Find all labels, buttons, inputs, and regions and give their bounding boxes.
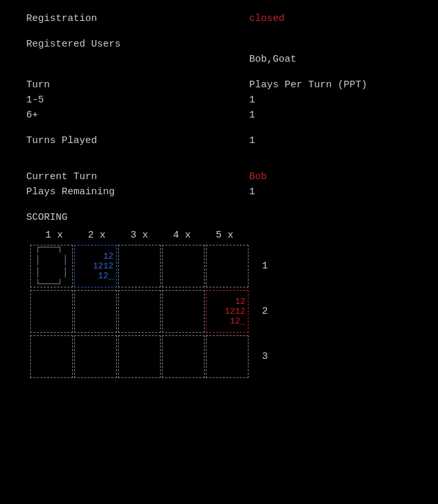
turn-row2-label: 6+ (26, 110, 249, 121)
grid-cell-3-1 (30, 335, 73, 378)
current-turn-value: Bob (249, 171, 412, 182)
grid-row-1: ┌───┐ │ │ │ │ └───┘ 12 1212 12_ 1 (26, 245, 412, 287)
grid-cell-3-5 (206, 335, 249, 378)
grid-cell-1-4 (162, 245, 205, 287)
multiplier-1: 1 x (33, 230, 75, 241)
grid-row-label-2: 2 (255, 306, 275, 317)
turn-header: Turn (26, 79, 249, 91)
ppt-header: Plays Per Turn (PPT) (249, 79, 412, 91)
scoring-title: SCORING (26, 212, 412, 223)
plays-remaining-value: 1 (249, 186, 412, 198)
turn-row2-ppt: 1 (249, 110, 412, 121)
multiplier-4: 4 x (161, 230, 203, 241)
plays-remaining-label: Plays Remaining (26, 186, 249, 198)
turn-row1-label: 1-5 (26, 94, 249, 106)
grid-cell-2-3 (118, 290, 161, 333)
grid-cell-3-4 (162, 335, 205, 378)
multiplier-2: 2 x (75, 230, 118, 241)
grid-cell-2-4 (162, 290, 205, 333)
current-turn-label: Current Turn (26, 171, 249, 182)
turns-played-value: 1 (249, 135, 412, 146)
multiplier-5: 5 x (203, 230, 246, 241)
grid-row-3: 3 (26, 335, 412, 378)
multiplier-3: 3 x (118, 230, 161, 241)
grid-cell-3-2 (74, 335, 117, 378)
registered-users-label: Registered Users (26, 39, 249, 50)
turn-row1-ppt: 1 (249, 94, 412, 106)
registration-value: closed (249, 13, 412, 24)
multiplier-row: 1 x 2 x 3 x 4 x 5 x (33, 230, 412, 241)
turns-played-label: Turns Played (26, 135, 249, 146)
grid-row-label-3: 3 (255, 351, 275, 362)
grid-cell-2-5: 12 1212 12_ (206, 290, 249, 333)
grid-cell-3-3 (118, 335, 161, 378)
grid-row-label-1: 1 (255, 261, 275, 272)
registration-label: Registration (26, 13, 249, 24)
grid-cell-2-2 (74, 290, 117, 333)
registered-users-value: Bob,Goat (249, 54, 412, 65)
grid-cell-2-1 (30, 290, 73, 333)
grid-cell-1-1: ┌───┐ │ │ │ │ └───┘ (30, 245, 73, 287)
grid-cell-1-5 (206, 245, 249, 287)
grid-row-2: 12 1212 12_ 2 (26, 290, 412, 333)
grid-cell-1-2: 12 1212 12_ (74, 245, 117, 287)
grid-cell-1-3 (118, 245, 161, 287)
